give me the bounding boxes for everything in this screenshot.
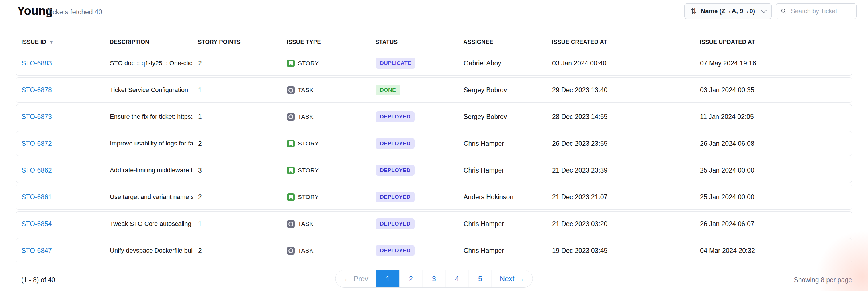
assignee-name: Chris Hamper [458,247,547,255]
issue-description: Improve usability of logs for failur... [104,140,192,147]
table-row: STO-6847 Unify devspace Dockerfile build… [16,238,852,263]
column-header-assignee[interactable]: ASSIGNEE [458,39,546,45]
issue-updated-at: 25 Jan 2024 00:00 [694,193,852,201]
story-type-icon [287,140,295,148]
top-bar: Young Tickets fetched 40 ⇅ Name (Z→A, 9→… [0,0,868,35]
story-type-icon [287,167,295,174]
issue-type-cell: STORY [281,140,370,148]
search-input[interactable] [790,7,852,15]
column-header-issue-created-at[interactable]: ISSUE CREATED AT [546,39,694,45]
issue-id-link[interactable]: STO-6872 [22,140,52,147]
table-row: STO-6883 STO doc :: q1-fy25 :: One-click… [16,51,852,76]
page-button-2[interactable]: 2 [400,270,423,287]
column-header-issue-type[interactable]: ISSUE TYPE [281,39,370,45]
story-type-icon [287,60,295,67]
story-points-value: 2 [192,193,281,201]
column-header-description[interactable]: DESCRIPTION [104,39,192,45]
table-footer: (1 - 8) of 40 ← Prev 1 2 3 4 5 Next → Sh… [0,270,868,290]
assignee-name: Chris Hamper [458,140,547,148]
story-points-value: 2 [192,140,281,148]
results-range: (1 - 8) of 40 [21,276,55,284]
prev-page-button[interactable]: ← Prev [336,270,376,287]
story-points-value: 2 [192,247,281,255]
sort-dropdown-value: Name (Z→A, 9→0) [701,7,755,15]
header-controls: ⇅ Name (Z→A, 9→0) [684,3,857,19]
issue-type-label: TASK [298,113,314,120]
issue-updated-at: 03 Jan 2024 00:35 [694,86,852,94]
page-button-4[interactable]: 4 [446,270,469,287]
issue-description: Ticket Service Configuration [104,86,192,94]
issue-type-cell: TASK [281,220,370,228]
table-row: STO-6861 Use target and variant name sea… [16,185,852,209]
task-type-icon [287,220,295,228]
issue-type-label: TASK [298,247,314,254]
issue-type-cell: STORY [281,167,370,174]
story-points-value: 2 [192,60,281,67]
issue-id-link[interactable]: STO-6854 [22,220,52,227]
story-points-value: 3 [192,167,281,174]
arrow-right-icon: → [517,275,524,283]
issue-updated-at: 11 Jan 2024 02:05 [694,113,852,121]
issue-type-cell: TASK [281,86,370,94]
issue-type-cell: STORY [281,60,370,67]
ticket-table-body: STO-6883 STO doc :: q1-fy25 :: One-click… [16,51,852,263]
issue-id-link[interactable]: STO-6878 [22,86,52,94]
issue-type-label: STORY [298,194,319,200]
issue-type-cell: STORY [281,193,370,201]
status-badge: DONE [376,85,400,95]
table-row: STO-6854 Tweak STO Core autoscaling par.… [16,211,852,236]
issue-id-link[interactable]: STO-6883 [22,60,52,67]
issue-id-link[interactable]: STO-6862 [22,167,52,174]
prev-label: Prev [354,275,368,283]
issue-updated-at: 07 May 2024 19:16 [694,60,852,67]
issue-type-cell: TASK [281,113,370,121]
issue-created-at: 21 Dec 2023 23:39 [547,167,694,174]
issue-created-at: 19 Dec 2023 03:45 [547,247,694,255]
assignee-name: Sergey Bobrov [458,86,547,94]
issue-updated-at: 26 Jan 2024 06:07 [694,220,852,228]
next-page-button[interactable]: Next → [492,270,532,287]
task-type-icon [287,247,295,255]
issue-created-at: 03 Jan 2024 00:40 [547,60,694,67]
arrow-left-icon: ← [344,275,351,283]
status-badge: DEPLOYED [376,138,415,149]
assignee-name: Chris Hamper [458,220,547,228]
issue-updated-at: 25 Jan 2024 00:00 [694,167,852,174]
issue-description: STO doc :: q1-fy25 :: One-click e... [104,60,192,67]
status-badge: DUPLICATE [376,58,415,69]
issue-type-cell: TASK [281,247,370,255]
issue-type-label: STORY [298,167,319,174]
search-icon [781,7,787,15]
table-row: STO-6873 Ensure the fix for ticket: http… [16,104,852,129]
status-badge: DEPLOYED [376,192,415,202]
page-button-1[interactable]: 1 [376,270,400,287]
column-header-status[interactable]: STATUS [370,39,458,45]
table-row: STO-6878 Ticket Service Configuration 1 … [16,77,852,102]
issue-id-link[interactable]: STO-6847 [22,247,52,254]
assignee-name: Sergey Bobrov [458,113,547,121]
issue-created-at: 26 Dec 2023 23:55 [547,140,694,148]
status-badge: DEPLOYED [376,245,415,256]
issue-created-at: 29 Dec 2023 13:40 [547,86,694,94]
column-header-issue-updated-at[interactable]: ISSUE UPDATED AT [694,39,852,45]
status-badge: DEPLOYED [376,218,415,229]
issue-id-link[interactable]: STO-6873 [22,113,52,121]
issue-created-at: 28 Dec 2023 14:55 [547,113,694,121]
chevron-down-icon [761,7,767,13]
issue-type-label: STORY [298,60,319,67]
column-header-story-points[interactable]: STORY POINTS [192,39,281,45]
issue-type-label: STORY [298,140,319,147]
issue-description: Add rate-limiting middleware to S... [104,167,192,174]
sort-dropdown[interactable]: ⇅ Name (Z→A, 9→0) [684,3,772,19]
pagination: ← Prev 1 2 3 4 5 Next → [336,270,533,288]
page-button-5[interactable]: 5 [469,270,492,287]
ticket-search[interactable] [776,3,857,19]
column-header-issue-id[interactable]: ISSUE ID ▾ [16,39,104,45]
issue-description: Ensure the fix for ticket: https://h... [104,113,192,121]
issue-description: Use target and variant name sear... [104,193,192,201]
task-type-icon [287,113,295,121]
page-button-3[interactable]: 3 [423,270,446,287]
issue-id-link[interactable]: STO-6861 [22,193,52,201]
table-header-row: ISSUE ID ▾ DESCRIPTION STORY POINTS ISSU… [16,35,852,48]
issue-created-at: 21 Dec 2023 03:20 [547,220,694,228]
